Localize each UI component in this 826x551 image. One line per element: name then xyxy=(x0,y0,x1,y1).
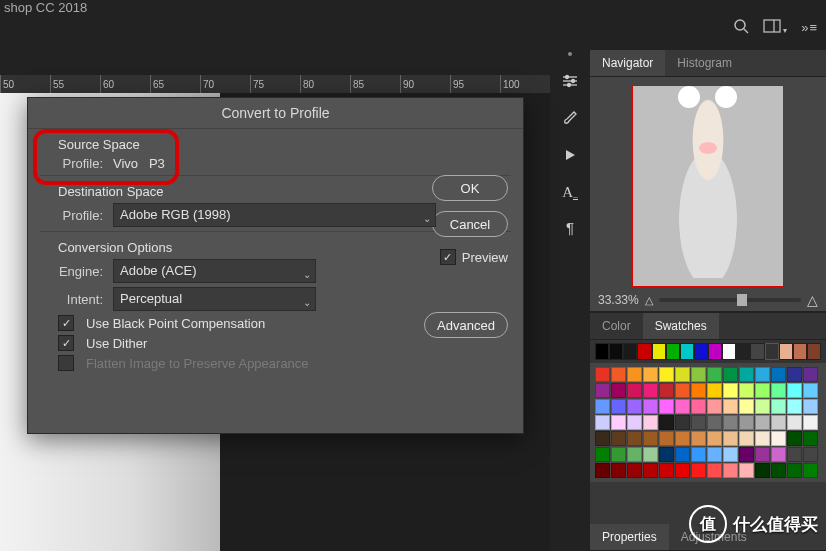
swatch[interactable] xyxy=(787,463,802,478)
swatch[interactable] xyxy=(595,343,609,360)
swatch[interactable] xyxy=(595,447,610,462)
swatch[interactable] xyxy=(680,343,694,360)
swatch[interactable] xyxy=(675,367,690,382)
drag-handle-icon[interactable] xyxy=(568,52,572,56)
search-icon[interactable] xyxy=(733,18,749,37)
paragraph-icon[interactable]: ¶ xyxy=(566,219,574,236)
swatch[interactable] xyxy=(643,463,658,478)
swatch[interactable] xyxy=(611,399,626,414)
swatch[interactable] xyxy=(691,383,706,398)
swatch[interactable] xyxy=(723,431,738,446)
brush-icon[interactable] xyxy=(562,110,578,130)
swatch[interactable] xyxy=(707,399,722,414)
swatch[interactable] xyxy=(723,447,738,462)
swatch[interactable] xyxy=(707,367,722,382)
swatch[interactable] xyxy=(771,383,786,398)
layout-icon[interactable]: ▾ xyxy=(763,19,787,36)
swatch[interactable] xyxy=(739,399,754,414)
tab-properties[interactable]: Properties xyxy=(590,524,669,550)
swatch[interactable] xyxy=(771,463,786,478)
sliders-icon[interactable] xyxy=(561,74,579,92)
swatch[interactable] xyxy=(611,367,626,382)
swatch[interactable] xyxy=(787,447,802,462)
swatch[interactable] xyxy=(771,415,786,430)
swatch[interactable] xyxy=(675,447,690,462)
swatch[interactable] xyxy=(707,383,722,398)
swatch[interactable] xyxy=(595,367,610,382)
swatch[interactable] xyxy=(736,343,750,360)
swatch[interactable] xyxy=(691,415,706,430)
swatch[interactable] xyxy=(755,463,770,478)
swatch[interactable] xyxy=(595,383,610,398)
swatch[interactable] xyxy=(723,399,738,414)
swatch[interactable] xyxy=(637,343,651,360)
black-point-checkbox[interactable] xyxy=(58,315,74,331)
swatch[interactable] xyxy=(675,431,690,446)
swatch[interactable] xyxy=(807,343,821,360)
swatch[interactable] xyxy=(595,431,610,446)
swatch[interactable] xyxy=(755,367,770,382)
swatch[interactable] xyxy=(771,399,786,414)
swatch[interactable] xyxy=(659,431,674,446)
swatch[interactable] xyxy=(722,343,736,360)
swatch[interactable] xyxy=(627,367,642,382)
swatch[interactable] xyxy=(675,415,690,430)
swatch[interactable] xyxy=(675,383,690,398)
swatch[interactable] xyxy=(675,399,690,414)
swatch[interactable] xyxy=(707,431,722,446)
swatch[interactable] xyxy=(739,383,754,398)
swatch[interactable] xyxy=(659,367,674,382)
swatch[interactable] xyxy=(691,367,706,382)
swatch[interactable] xyxy=(787,415,802,430)
swatch[interactable] xyxy=(627,431,642,446)
swatch[interactable] xyxy=(739,431,754,446)
swatch[interactable] xyxy=(643,447,658,462)
swatch[interactable] xyxy=(691,463,706,478)
swatch[interactable] xyxy=(787,431,802,446)
swatch[interactable] xyxy=(803,367,818,382)
cancel-button[interactable]: Cancel xyxy=(432,211,508,237)
swatch[interactable] xyxy=(627,383,642,398)
swatch[interactable] xyxy=(708,343,722,360)
swatch[interactable] xyxy=(707,415,722,430)
dest-profile-select[interactable]: Adobe RGB (1998)⌄ xyxy=(113,203,436,227)
swatch[interactable] xyxy=(739,367,754,382)
swatch[interactable] xyxy=(595,415,610,430)
swatch[interactable] xyxy=(755,447,770,462)
swatch[interactable] xyxy=(691,399,706,414)
swatch[interactable] xyxy=(723,367,738,382)
swatch[interactable] xyxy=(723,415,738,430)
swatch[interactable] xyxy=(787,383,802,398)
intent-select[interactable]: Perceptual⌄ xyxy=(113,287,316,311)
swatch[interactable] xyxy=(755,415,770,430)
swatch[interactable] xyxy=(803,431,818,446)
engine-select[interactable]: Adobe (ACE)⌄ xyxy=(113,259,316,283)
swatch[interactable] xyxy=(739,447,754,462)
preview-checkbox[interactable] xyxy=(440,249,456,265)
swatch[interactable] xyxy=(739,415,754,430)
swatch[interactable] xyxy=(643,383,658,398)
swatch[interactable] xyxy=(611,431,626,446)
swatch[interactable] xyxy=(611,447,626,462)
swatch[interactable] xyxy=(755,383,770,398)
swatch[interactable] xyxy=(595,463,610,478)
swatch[interactable] xyxy=(643,415,658,430)
swatch[interactable] xyxy=(595,399,610,414)
swatch[interactable] xyxy=(691,431,706,446)
zoom-slider[interactable] xyxy=(659,298,801,302)
swatch[interactable] xyxy=(611,463,626,478)
swatch[interactable] xyxy=(755,431,770,446)
swatch[interactable] xyxy=(627,399,642,414)
swatch[interactable] xyxy=(611,383,626,398)
swatch[interactable] xyxy=(623,343,637,360)
zoom-out-icon[interactable]: △ xyxy=(645,294,653,307)
swatch[interactable] xyxy=(803,415,818,430)
swatch[interactable] xyxy=(787,399,802,414)
ok-button[interactable]: OK xyxy=(432,175,508,201)
swatch[interactable] xyxy=(750,343,764,360)
swatch[interactable] xyxy=(652,343,666,360)
navigator-thumbnail[interactable] xyxy=(632,85,784,287)
swatch[interactable] xyxy=(779,343,793,360)
swatch[interactable] xyxy=(771,367,786,382)
swatch[interactable] xyxy=(755,399,770,414)
